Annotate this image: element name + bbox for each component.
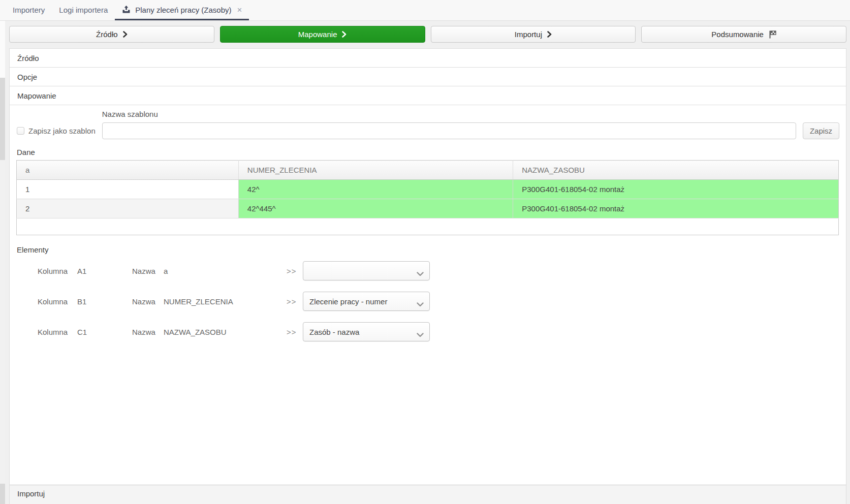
table-row: 1 42^ P300G401-618054-02 montaż [17,180,839,199]
chevron-down-icon [417,269,424,278]
nazwa-value: NUMER_ZLECENIA [164,297,287,306]
scrollbar-thumb-bottom[interactable] [0,484,5,504]
table-row: 2 42^445^ P300G401-618054-02 montaż [17,199,839,218]
step-label: Źródło [96,30,118,39]
kolumna-value: B1 [77,297,132,306]
step-label: Importuj [515,30,542,39]
left-scrollbar-track[interactable] [0,21,5,504]
section-title: Importuj [17,489,45,498]
table-empty-row [17,218,839,235]
mapping-dropdown-b1[interactable]: Zlecenie pracy - numer [303,292,430,311]
column-header-nazwa-zasobu[interactable]: NAZWA_ZASOBU [513,161,839,180]
tab-plany-zlecen-pracy[interactable]: Plany zleceń pracy (Zasoby) × [115,0,249,20]
tab-logi-importera[interactable]: Logi importera [52,0,115,20]
chevron-right-icon [547,31,552,38]
section-header-mapowanie[interactable]: Mapowanie [10,86,846,105]
save-template-button[interactable]: Zapisz [803,122,839,139]
chevron-down-icon [417,300,424,308]
save-as-template-checkbox[interactable] [17,127,24,135]
data-preview-table: a NUMER_ZLECENIA NAZWA_ZASOBU 1 42^ P300… [16,160,839,235]
mapping-dropdown-a1[interactable] [303,261,430,280]
tab-label: Importery [13,6,45,14]
kolumna-label: Kolumna [38,297,77,306]
nazwa-value: a [164,267,287,275]
section-title: Opcje [17,73,37,81]
template-name-label: Nazwa szablonu [102,110,796,118]
column-header-a[interactable]: a [17,161,239,180]
cell-numer-zlecenia: 42^ [238,180,513,199]
mapping-row-a1: Kolumna A1 Nazwa a >> [38,261,846,280]
section-title: Źródło [17,54,39,62]
mapping-row-b1: Kolumna B1 Nazwa NUMER_ZLECENIA >> Zlece… [38,292,846,311]
step-label: Mapowanie [298,30,337,39]
mapping-dropdown-c1[interactable]: Zasób - nazwa [303,322,430,341]
import-upload-icon [122,5,131,15]
chevron-right-icon [123,31,128,38]
dropdown-value: Zasób - nazwa [309,328,359,336]
table-header-row: a NUMER_ZLECENIA NAZWA_ZASOBU [17,161,839,180]
nazwa-label: Nazwa [132,297,164,306]
template-name-group: Nazwa szablonu [102,110,796,139]
mapping-row-c1: Kolumna C1 Nazwa NAZWA_ZASOBU >> Zasób -… [38,322,846,341]
cell-nazwa-zasobu: P300G401-618054-02 montaż [513,199,839,218]
step-podsumowanie-button[interactable]: Podsumowanie [641,26,846,43]
wizard-steps: Źródło Mapowanie Importuj Podsumowanie [9,26,846,43]
chevron-down-icon [417,330,424,339]
step-mapowanie-button[interactable]: Mapowanie [220,26,425,43]
scrollbar-thumb[interactable] [0,78,5,160]
cell-numer-zlecenia: 42^445^ [238,199,513,218]
kolumna-label: Kolumna [38,328,77,336]
dropdown-value: Zlecenie pracy - numer [309,297,387,306]
kolumna-value: A1 [77,267,132,275]
tab-label: Plany zleceń pracy (Zasoby) [135,6,231,14]
tab-bar: Importery Logi importera Plany zleceń pr… [0,0,850,21]
step-zrodlo-button[interactable]: Źródło [9,26,214,43]
template-name-input[interactable] [102,122,796,139]
checkered-flag-icon [769,30,776,39]
dane-label: Dane [17,148,846,156]
section-title: Mapowanie [17,91,56,100]
section-header-zrodlo[interactable]: Źródło [10,49,846,68]
section-header-importuj[interactable]: Importuj [10,485,846,504]
section-header-opcje[interactable]: Opcje [10,68,846,86]
maps-to-arrow: >> [287,297,303,306]
tab-importery[interactable]: Importery [6,0,52,20]
tab-label: Logi importera [59,6,108,14]
save-as-template-label: Zapisz jako szablon [28,127,96,135]
template-row: Zapisz jako szablon Nazwa szablonu Zapis… [10,105,846,139]
maps-to-arrow: >> [287,328,303,336]
cell-nazwa-zasobu: P300G401-618054-02 montaż [513,180,839,199]
step-importuj-button[interactable]: Importuj [431,26,636,43]
scrollbar-cap [0,21,5,78]
column-header-numer-zlecenia[interactable]: NUMER_ZLECENIA [238,161,513,180]
mapowanie-section-content: Zapisz jako szablon Nazwa szablonu Zapis… [10,105,846,485]
step-label: Podsumowanie [711,30,764,39]
maps-to-arrow: >> [287,267,303,275]
cell-row-index: 1 [17,180,239,199]
import-wizard-panel: Źródło Opcje Mapowanie Zapisz jako szabl… [9,48,846,504]
elementy-label: Elementy [17,245,846,254]
kolumna-value: C1 [77,328,132,336]
kolumna-label: Kolumna [38,267,77,275]
nazwa-label: Nazwa [132,267,164,275]
chevron-right-icon [342,31,347,38]
close-icon[interactable]: × [237,5,242,15]
cell-row-index: 2 [17,199,239,218]
nazwa-label: Nazwa [132,328,164,336]
nazwa-value: NAZWA_ZASOBU [164,328,287,336]
save-as-template-group: Zapisz jako szablon [17,122,96,139]
